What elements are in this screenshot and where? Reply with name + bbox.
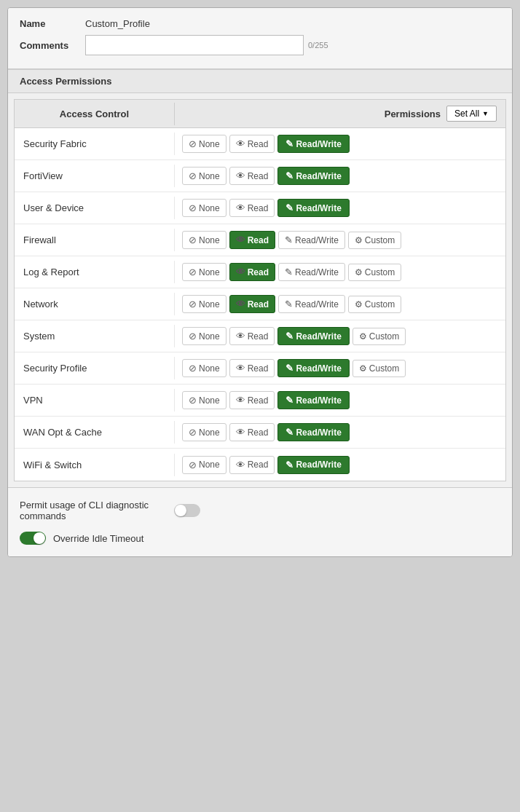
custom-button[interactable]: ⚙ Custom bbox=[352, 328, 406, 345]
eye-icon: 👁 bbox=[236, 460, 245, 470]
none-icon: ⊘ bbox=[189, 331, 197, 342]
row-controls: ⊘ None 👁 Read ✎ Read/Write bbox=[175, 194, 505, 221]
table-header: Access Control Permissions Set All bbox=[15, 100, 505, 128]
permissions-table: Access Control Permissions Set All Secur… bbox=[14, 99, 506, 481]
none-button[interactable]: ⊘ None bbox=[182, 199, 226, 217]
none-icon: ⊘ bbox=[189, 202, 197, 213]
comments-row: Comments 0/255 bbox=[20, 35, 500, 55]
row-controls: ⊘ None 👁 Read ✎ Read/Write bbox=[175, 419, 505, 446]
row-controls: ⊘ None 👁 Read ✎ Read/Write bbox=[175, 130, 505, 157]
override-toggle[interactable] bbox=[20, 532, 46, 545]
eye-icon: 👁 bbox=[236, 170, 245, 181]
row-controls: ⊘ None 👁 Read ✎ Read/Write ⚙ Custom bbox=[175, 323, 505, 350]
read-button[interactable]: 👁 Read bbox=[229, 295, 275, 313]
main-container: Name Custom_Profile Comments 0/255 Acces… bbox=[7, 7, 513, 557]
cli-toggle[interactable] bbox=[174, 504, 200, 517]
readwrite-button[interactable]: ✎ Read/Write bbox=[277, 391, 349, 409]
readwrite-button[interactable]: ✎ Read/Write bbox=[278, 295, 345, 313]
eye-icon: 👁 bbox=[236, 427, 245, 438]
row-label: System bbox=[15, 325, 175, 347]
none-button[interactable]: ⊘ None bbox=[182, 391, 226, 409]
none-button[interactable]: ⊘ None bbox=[182, 295, 226, 313]
readwrite-button[interactable]: ✎ Read/Write bbox=[277, 359, 349, 377]
pencil-icon: ✎ bbox=[285, 202, 294, 213]
read-button[interactable]: 👁 Read bbox=[229, 327, 275, 345]
read-button[interactable]: 👁 Read bbox=[229, 263, 275, 281]
row-label: Firewall bbox=[15, 229, 175, 251]
table-row: WiFi & Switch ⊘ None 👁 Read ✎ Read/Write bbox=[15, 449, 505, 481]
pencil-icon: ✎ bbox=[285, 427, 294, 438]
row-controls: ⊘ None 👁 Read ✎ Read/Write bbox=[175, 162, 505, 189]
gear-icon: ⚙ bbox=[355, 299, 363, 310]
read-button[interactable]: 👁 Read bbox=[229, 135, 275, 153]
top-section: Name Custom_Profile Comments 0/255 bbox=[8, 8, 512, 69]
readwrite-button[interactable]: ✎ Read/Write bbox=[277, 327, 349, 345]
pencil-icon: ✎ bbox=[285, 395, 294, 406]
none-button[interactable]: ⊘ None bbox=[182, 167, 226, 185]
read-button[interactable]: 👁 Read bbox=[229, 359, 275, 377]
row-label: Security Fabric bbox=[15, 133, 175, 155]
row-label: Log & Report bbox=[15, 261, 175, 283]
row-label: FortiView bbox=[15, 165, 175, 187]
readwrite-button[interactable]: ✎ Read/Write bbox=[277, 423, 349, 441]
cli-label: Permit usage of CLI diagnostic commands bbox=[20, 500, 165, 521]
pencil-icon: ✎ bbox=[285, 299, 293, 310]
row-label: WAN Opt & Cache bbox=[15, 421, 175, 444]
table-row: VPN ⊘ None 👁 Read ✎ Read/Write bbox=[15, 385, 505, 417]
eye-icon: 👁 bbox=[236, 267, 245, 277]
read-button[interactable]: 👁 Read bbox=[229, 456, 275, 474]
read-button[interactable]: 👁 Read bbox=[229, 231, 275, 249]
pencil-icon: ✎ bbox=[285, 460, 294, 470]
custom-button[interactable]: ⚙ Custom bbox=[348, 296, 401, 313]
readwrite-button[interactable]: ✎ Read/Write bbox=[277, 199, 349, 217]
eye-icon: 👁 bbox=[236, 299, 245, 310]
comments-input[interactable] bbox=[85, 35, 304, 55]
none-button[interactable]: ⊘ None bbox=[182, 456, 226, 474]
none-icon: ⊘ bbox=[189, 234, 197, 245]
none-icon: ⊘ bbox=[189, 427, 197, 438]
none-button[interactable]: ⊘ None bbox=[182, 327, 226, 345]
pencil-icon: ✎ bbox=[285, 363, 294, 374]
row-controls: ⊘ None 👁 Read ✎ Read/Write bbox=[175, 387, 505, 414]
override-label: Override Idle Timeout bbox=[53, 533, 143, 544]
eye-icon: 👁 bbox=[236, 234, 245, 245]
read-button[interactable]: 👁 Read bbox=[229, 199, 275, 217]
row-label: Network bbox=[15, 293, 175, 315]
row-controls: ⊘ None 👁 Read ✎ Read/Write ⚙ Custom bbox=[175, 259, 505, 285]
table-row: Log & Report ⊘ None 👁 Read ✎ Read/Write … bbox=[15, 256, 505, 288]
readwrite-button[interactable]: ✎ Read/Write bbox=[277, 167, 349, 185]
none-button[interactable]: ⊘ None bbox=[182, 359, 226, 377]
toggle-knob bbox=[34, 532, 45, 544]
name-label: Name bbox=[20, 18, 85, 29]
none-button[interactable]: ⊘ None bbox=[182, 263, 226, 281]
none-button[interactable]: ⊘ None bbox=[182, 423, 226, 441]
read-button[interactable]: 👁 Read bbox=[229, 167, 275, 185]
readwrite-button[interactable]: ✎ Read/Write bbox=[277, 456, 349, 474]
read-button[interactable]: 👁 Read bbox=[229, 391, 275, 409]
readwrite-button[interactable]: ✎ Read/Write bbox=[278, 231, 345, 249]
col-permissions-header: Permissions Set All bbox=[175, 100, 505, 127]
set-all-button[interactable]: Set All bbox=[446, 106, 497, 122]
pencil-icon: ✎ bbox=[285, 331, 294, 342]
eye-icon: 👁 bbox=[236, 395, 245, 406]
access-permissions-header: Access Permissions bbox=[8, 69, 512, 93]
pencil-icon: ✎ bbox=[285, 234, 293, 245]
none-icon: ⊘ bbox=[189, 138, 197, 149]
toggle-knob bbox=[175, 505, 186, 516]
custom-button[interactable]: ⚙ Custom bbox=[348, 232, 401, 249]
none-icon: ⊘ bbox=[189, 395, 197, 406]
custom-button[interactable]: ⚙ Custom bbox=[348, 264, 401, 281]
row-label: Security Profile bbox=[15, 357, 175, 379]
read-button[interactable]: 👁 Read bbox=[229, 423, 275, 441]
none-button[interactable]: ⊘ None bbox=[182, 135, 226, 153]
col-access-header: Access Control bbox=[15, 103, 175, 125]
readwrite-button[interactable]: ✎ Read/Write bbox=[277, 135, 349, 153]
table-row: System ⊘ None 👁 Read ✎ Read/Write ⚙ Cust… bbox=[15, 320, 505, 352]
none-icon: ⊘ bbox=[189, 299, 197, 310]
none-button[interactable]: ⊘ None bbox=[182, 231, 226, 249]
table-row: Network ⊘ None 👁 Read ✎ Read/Write ⚙ Cus… bbox=[15, 288, 505, 320]
table-row: User & Device ⊘ None 👁 Read ✎ Read/Write bbox=[15, 192, 505, 224]
char-count: 0/255 bbox=[308, 41, 328, 50]
readwrite-button[interactable]: ✎ Read/Write bbox=[278, 263, 345, 281]
custom-button[interactable]: ⚙ Custom bbox=[352, 360, 406, 377]
